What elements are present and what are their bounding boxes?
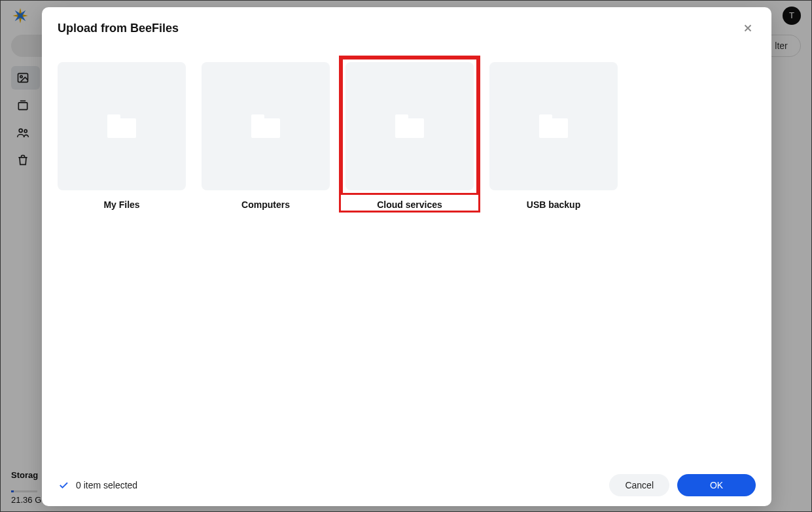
folder-thumb xyxy=(58,62,186,190)
modal-header: Upload from BeeFiles xyxy=(42,7,771,43)
upload-modal: Upload from BeeFiles My Files Computers … xyxy=(42,7,771,506)
folder-icon xyxy=(107,114,136,138)
footer-buttons: Cancel OK xyxy=(609,474,756,496)
folder-label: Computers xyxy=(202,199,330,210)
close-button[interactable] xyxy=(740,20,756,36)
selection-count-text: 0 item selected xyxy=(76,480,137,490)
modal-footer: 0 item selected Cancel OK xyxy=(42,464,771,506)
folder-my-files[interactable]: My Files xyxy=(58,62,186,210)
folder-computers[interactable]: Computers xyxy=(202,62,330,210)
modal-body: My Files Computers Cloud services USB ba… xyxy=(42,43,771,464)
folder-usb-backup[interactable]: USB backup xyxy=(489,62,618,210)
folder-thumb xyxy=(345,62,474,190)
folder-grid: My Files Computers Cloud services USB ba… xyxy=(58,62,756,210)
selection-status: 0 item selected xyxy=(58,479,137,491)
folder-icon xyxy=(539,114,568,138)
folder-thumb xyxy=(489,62,618,190)
folder-label: USB backup xyxy=(489,199,618,210)
cancel-button[interactable]: Cancel xyxy=(609,474,669,496)
check-icon xyxy=(58,479,69,491)
folder-icon xyxy=(251,114,280,138)
folder-thumb xyxy=(202,62,330,190)
folder-label: Cloud services xyxy=(345,199,474,210)
folder-icon xyxy=(395,114,424,138)
close-icon xyxy=(742,22,754,34)
folder-cloud-services[interactable]: Cloud services xyxy=(345,62,474,210)
folder-label: My Files xyxy=(58,199,186,210)
ok-button[interactable]: OK xyxy=(677,474,756,496)
modal-title: Upload from BeeFiles xyxy=(58,22,179,35)
